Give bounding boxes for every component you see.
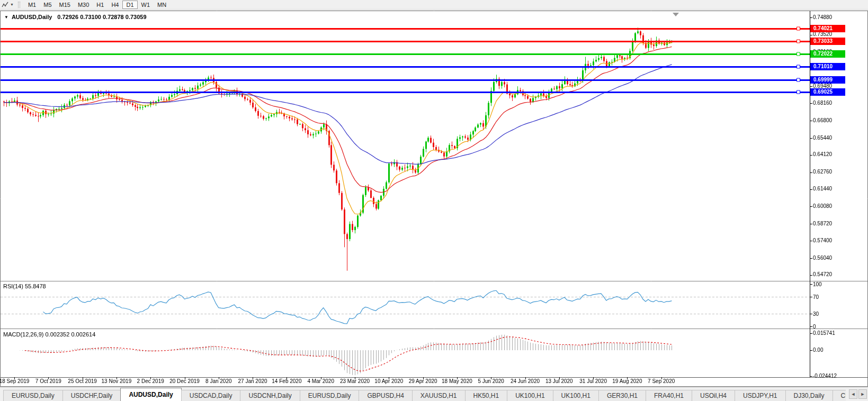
symbol-tab-uk100[interactable]: UK100,H1 — [553, 390, 599, 401]
timeframe-m30[interactable]: M30 — [74, 1, 93, 9]
toolbar-grip[interactable] — [18, 2, 20, 8]
symbol-tab-usdcad[interactable]: USDCAD,Daily — [181, 390, 241, 401]
timeframe-m1[interactable]: M1 — [24, 1, 40, 9]
rsi-tick: 0 — [813, 324, 816, 330]
date-label: 10 Apr 2020 — [374, 378, 403, 384]
rsi-label: RSI(14) 55.8478 — [3, 283, 46, 289]
price-tick: 0.69480 — [813, 83, 832, 89]
timeframe-d1[interactable]: D1 — [122, 1, 137, 9]
hline-price-label[interactable]: 0.69025 — [810, 88, 845, 96]
date-label: 27 Jan 2020 — [238, 378, 267, 384]
price-tick: 0.74880 — [813, 14, 832, 20]
rsi-tick: 30 — [813, 311, 819, 317]
date-label: 7 Oct 2019 — [35, 378, 61, 384]
timeframe-buttons: M1M5M15M30H1H4D1W1MN — [24, 1, 170, 9]
date-label: 4 Mar 2020 — [307, 378, 334, 384]
chart-ohlc-values: 0.72926 0.73100 0.72878 0.73059 — [57, 14, 146, 20]
date-label: 24 Jun 2020 — [511, 378, 540, 384]
date-label: 29 Apr 2020 — [409, 378, 437, 384]
price-tick: 0.54720 — [813, 271, 832, 277]
chart-dropdown-icon[interactable]: ▼ — [4, 15, 8, 20]
tab-scroll-left-icon[interactable]: ◄ — [849, 389, 857, 399]
macd-tick: 0.015741 — [813, 330, 835, 336]
macd-tick: 0.00 — [813, 347, 823, 353]
price-tick: 0.58720 — [813, 221, 832, 226]
chart-symbol: AUDUSD,Daily — [12, 14, 52, 20]
price-tick: 0.65440 — [813, 135, 832, 141]
symbol-tabs: EURUSD,DailyUSDCHF,DailyAUDUSD,DailyUSDC… — [3, 388, 846, 401]
symbol-tab-gbpusd[interactable]: GBPUSD,H4 — [359, 390, 412, 401]
price-tick: 0.60080 — [813, 203, 832, 209]
date-label: 7 Sep 2020 — [648, 378, 675, 384]
tab-scroll-arrows: ◄ ► — [848, 387, 867, 401]
price-tick: 0.56040 — [813, 255, 832, 261]
symbol-tab-usdchf[interactable]: USDCHF,Daily — [62, 390, 121, 401]
date-label: 8 Jan 2020 — [205, 378, 232, 384]
date-label: 19 Aug 2020 — [612, 378, 642, 384]
tab-scroll-right-icon[interactable]: ► — [858, 389, 867, 399]
date-label: 5 Jun 2020 — [478, 378, 504, 384]
timeframe-w1[interactable]: W1 — [138, 1, 154, 9]
hline-price-label[interactable]: 0.71010 — [810, 63, 845, 70]
symbol-tab-hk50[interactable]: HK50,H1 — [465, 390, 508, 401]
toolbar: ▼ M1M5M15M30H1H4D1W1MN — [0, 0, 868, 10]
price-tick: 0.73520 — [813, 31, 832, 37]
price-tick: 0.68160 — [813, 100, 832, 106]
chart-title[interactable]: ▼ AUDUSD,Daily 0.72926 0.73100 0.72878 0… — [4, 14, 147, 20]
date-label: 25 Oct 2019 — [68, 378, 96, 384]
date-label: 13 Jul 2020 — [545, 378, 573, 384]
symbol-tab-china300[interactable]: CHINA300,H1 — [833, 390, 846, 401]
symbol-tabbar: EURUSD,DailyUSDCHF,DailyAUDUSD,DailyUSDC… — [0, 387, 868, 401]
symbol-tab-xauusd[interactable]: XAUUSD,H1 — [412, 390, 466, 401]
chart-canvas[interactable] — [0, 0, 868, 401]
timeframe-h1[interactable]: H1 — [93, 1, 108, 9]
date-label: 23 Mar 2020 — [340, 378, 370, 384]
symbol-tab-usoil[interactable]: USOil,H4 — [692, 390, 735, 401]
hline-price-label[interactable]: 0.69999 — [810, 76, 845, 84]
symbol-tab-usdjpy[interactable]: USDJPY,H1 — [735, 390, 785, 401]
timeframe-m15[interactable]: M15 — [56, 1, 74, 9]
price-tick: 0.61440 — [813, 186, 832, 192]
macd-label: MACD(12,26,9) 0.002352 0.002614 — [3, 331, 95, 338]
price-tick: 0.66800 — [813, 117, 832, 123]
symbol-tab-uk100[interactable]: UK100,H1 — [507, 390, 553, 401]
symbol-tab-dj30[interactable]: DJ30,Daily — [785, 390, 833, 401]
symbol-tab-eurusd[interactable]: EURUSD,Daily — [300, 390, 360, 401]
rsi-tick: 100 — [813, 281, 822, 287]
symbol-tab-ger30[interactable]: GER30,H1 — [598, 390, 646, 401]
hline-price-label[interactable]: 0.73033 — [810, 38, 845, 45]
price-tick: 0.57400 — [813, 238, 832, 243]
symbol-tab-audusd[interactable]: AUDUSD,Daily — [120, 388, 181, 401]
timeframe-m5[interactable]: M5 — [40, 1, 55, 9]
price-tick: 0.62760 — [813, 169, 832, 175]
price-tick: 0.64120 — [813, 151, 832, 157]
date-label: 13 Nov 2019 — [102, 378, 132, 384]
macd-tick: -0.024412 — [813, 373, 837, 379]
date-label: 31 Jul 2020 — [579, 378, 607, 384]
rsi-tick: 70 — [813, 294, 819, 300]
timeframe-h4[interactable]: H4 — [108, 1, 122, 9]
date-label: 20 Dec 2019 — [169, 378, 200, 384]
symbol-tab-fra40[interactable]: FRA40,H1 — [646, 390, 692, 401]
hline-price-label[interactable]: 0.72022 — [810, 50, 845, 58]
date-label: 18 Sep 2019 — [0, 378, 29, 384]
chart-line-icon[interactable] — [1, 1, 10, 9]
date-label: 18 May 2020 — [442, 378, 472, 384]
symbol-tab-eurusd[interactable]: EURUSD,Daily — [3, 390, 63, 401]
symbol-tab-usdcnh[interactable]: USDCNH,Daily — [240, 390, 300, 401]
date-label: 2 Dec 2019 — [137, 378, 164, 384]
timeframe-mn[interactable]: MN — [154, 1, 170, 9]
date-label: 14 Feb 2020 — [272, 378, 301, 384]
hline-price-label[interactable]: 0.74021 — [810, 25, 845, 32]
caret-down-icon[interactable]: ▼ — [10, 3, 14, 6]
